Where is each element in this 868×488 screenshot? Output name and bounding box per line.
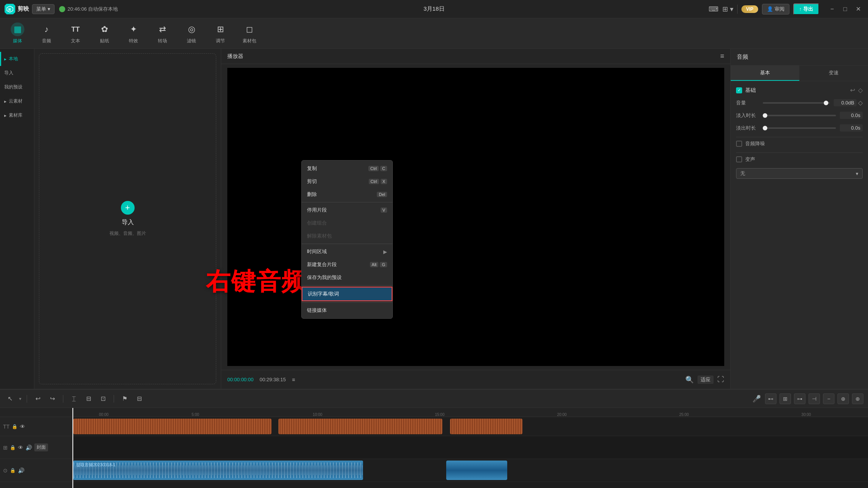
toolbar-item-transition[interactable]: ⇄ 转场 bbox=[153, 22, 172, 44]
menu-button[interactable]: 菜单 ▾ bbox=[32, 4, 55, 14]
undo-icon[interactable]: ↩ bbox=[850, 87, 855, 94]
toolbar-item-adjust[interactable]: ⊞ 调节 bbox=[211, 22, 230, 44]
delete-button[interactable]: ⊟ bbox=[83, 393, 94, 404]
timeline-view-icon: ≡ bbox=[292, 377, 295, 383]
audio-lock-icon[interactable]: 🔒 bbox=[10, 468, 16, 473]
player-menu-icon[interactable]: ≡ bbox=[720, 52, 724, 60]
redo-icon[interactable]: ◇ bbox=[858, 87, 863, 94]
zoom-icon[interactable]: 🔍 bbox=[685, 376, 694, 384]
pitch-select[interactable]: 无 ▾ bbox=[736, 168, 863, 179]
import-sub-text: 视频、音频、图片 bbox=[109, 230, 146, 237]
tl-icon-1[interactable]: ⊷ bbox=[765, 393, 776, 404]
cursor-tool-button[interactable]: ↖ bbox=[5, 393, 15, 404]
vip-button[interactable]: VIP bbox=[741, 5, 758, 13]
tab-speed[interactable]: 变速 bbox=[799, 66, 868, 81]
mic-button[interactable]: 🎤 bbox=[751, 393, 762, 404]
player-title: 播放器 bbox=[227, 53, 243, 60]
ctx-save-preset-label: 保存为我的预设 bbox=[307, 274, 342, 281]
ctx-link-media[interactable]: 链接媒体 bbox=[302, 304, 392, 317]
audio-clip-secondary[interactable] bbox=[446, 461, 507, 480]
local-arrow-icon: ▸ bbox=[4, 56, 6, 62]
subtitle-eye-icon[interactable]: 👁 bbox=[20, 424, 25, 430]
split-button[interactable]: ⌶ bbox=[69, 393, 79, 404]
ctx-new-compound[interactable]: 新建复合片段 Alt G bbox=[302, 258, 392, 271]
pitch-select-row: 无 ▾ bbox=[736, 168, 863, 179]
toolbar-item-filter[interactable]: ◎ 滤镜 bbox=[182, 22, 201, 44]
video-lock-icon[interactable]: 🔒 bbox=[10, 445, 16, 450]
close-button[interactable]: ✕ bbox=[853, 4, 863, 14]
minimize-button[interactable]: − bbox=[827, 4, 837, 14]
top-right-controls: ⌨ ⊞ ▾ VIP 👤 审阅 ↑ 导出 − □ ✕ bbox=[709, 3, 863, 15]
maximize-button[interactable]: □ bbox=[840, 4, 850, 14]
toolbar-item-effects[interactable]: ✦ 特效 bbox=[124, 22, 143, 44]
pitch-checkbox[interactable] bbox=[736, 156, 742, 162]
current-date: 3月18日 bbox=[423, 5, 444, 13]
import-area[interactable]: + 导入 视频、音频、图片 bbox=[39, 53, 216, 384]
cursor-dropdown-icon[interactable]: ▾ bbox=[19, 396, 21, 401]
subtitle-clip-1[interactable] bbox=[73, 419, 272, 434]
denoise-label: 音频降噪 bbox=[745, 140, 765, 147]
ctx-freeze[interactable]: 停用片段 V bbox=[302, 204, 392, 217]
more-button[interactable]: ⊡ bbox=[98, 393, 108, 404]
right-panel-header: 音频 bbox=[731, 49, 868, 66]
layout-icon[interactable]: ⊞ ▾ bbox=[722, 5, 733, 13]
volume-slider[interactable] bbox=[763, 102, 830, 104]
export-button[interactable]: ↑ 导出 bbox=[793, 3, 820, 15]
cloud-arrow-icon: ▸ bbox=[4, 99, 6, 104]
ctx-cut[interactable]: 剪切 Ctrl X bbox=[302, 175, 392, 188]
layers-button[interactable]: ⊟ bbox=[134, 393, 145, 404]
right-body: ✓ 基础 ↩ ◇ 音量 0.0dB ◇ 淡入时长 bbox=[731, 81, 868, 389]
denoise-checkbox[interactable] bbox=[736, 141, 742, 147]
ctx-freeze-shortcut: V bbox=[381, 207, 387, 213]
player-panel: 播放器 ≡ 00:00:00:00 00:29:38:15 ≡ 🔍 适应 ⛶ bbox=[221, 49, 731, 389]
ctx-recognize[interactable]: 识别字幕/歌词 bbox=[302, 287, 392, 301]
tl-icon-4[interactable]: ⊣ bbox=[809, 393, 820, 404]
sidebar-item-import[interactable]: 导入 bbox=[0, 66, 34, 80]
toolbar-item-media[interactable]: ▦ 媒体 bbox=[8, 22, 27, 44]
audio-vol-icon[interactable]: 🔊 bbox=[18, 467, 24, 474]
flag-button[interactable]: ⚑ bbox=[119, 393, 130, 404]
filter-label: 滤镜 bbox=[187, 38, 196, 44]
main-toolbar: ▦ 媒体 ♪ 音频 TT 文本 ✿ 贴纸 ✦ 特效 ⇄ 转场 ◎ 滤镜 ⊞ 调节… bbox=[0, 18, 868, 49]
subtitle-clip-3[interactable] bbox=[450, 419, 522, 434]
fadein-value: 0.0s bbox=[840, 112, 863, 119]
ctx-copy[interactable]: 复制 Ctrl C bbox=[302, 162, 392, 175]
toolbar-item-audio[interactable]: ♪ 音频 bbox=[37, 22, 56, 44]
tl-icon-5[interactable]: ⊕ bbox=[852, 393, 863, 404]
sidebar-item-local[interactable]: ▸ 本地 bbox=[0, 52, 34, 66]
tl-icon-2[interactable]: ⊞ bbox=[780, 393, 791, 404]
subtitle-lock-icon[interactable]: 🔒 bbox=[12, 424, 18, 429]
undo-button[interactable]: ↩ bbox=[32, 393, 43, 404]
ctx-delete[interactable]: 删除 Del bbox=[302, 188, 392, 201]
sidebar-item-preset[interactable]: 我的预设 bbox=[0, 80, 34, 94]
toolbar-item-text[interactable]: TT 文本 bbox=[66, 22, 85, 44]
tl-icon-3[interactable]: ⊶ bbox=[794, 393, 805, 404]
video-audio-icon: 🔊 bbox=[26, 445, 32, 451]
toolbar-item-pack[interactable]: ◻ 素材包 bbox=[240, 22, 259, 44]
sidebar-item-library[interactable]: ▸ 素材库 bbox=[0, 108, 34, 122]
tab-basic[interactable]: 基本 bbox=[731, 66, 799, 81]
review-button[interactable]: 👤 审阅 bbox=[762, 4, 789, 14]
zoom-in-icon[interactable]: ⊕ bbox=[837, 393, 849, 404]
keyboard-icon[interactable]: ⌨ bbox=[709, 5, 719, 13]
fit-button[interactable]: 适应 bbox=[698, 376, 714, 384]
video-track-icon: ⊞ bbox=[3, 445, 8, 451]
redo-button[interactable]: ↪ bbox=[47, 393, 58, 404]
fadein-slider[interactable] bbox=[763, 115, 836, 116]
sidebar-item-cloud[interactable]: ▸ 云素材 bbox=[0, 94, 34, 108]
ctx-time-range[interactable]: 时间区域 ▶ bbox=[302, 245, 392, 258]
fadeout-label: 淡出时长 bbox=[736, 125, 759, 132]
fadeout-slider[interactable] bbox=[763, 127, 836, 129]
audio-clip-main[interactable]: 提取音频20230318-1 bbox=[73, 461, 363, 480]
ctx-save-preset[interactable]: 保存为我的预设 bbox=[302, 271, 392, 284]
fullscreen-icon[interactable]: ⛶ bbox=[717, 376, 724, 384]
cover-label: 封面 bbox=[34, 443, 48, 451]
subtitle-clip-2[interactable] bbox=[278, 419, 442, 434]
basic-checkbox[interactable]: ✓ bbox=[736, 87, 742, 93]
video-eye-icon[interactable]: 👁 bbox=[18, 445, 23, 451]
volume-keyframe-icon[interactable]: ◇ bbox=[858, 99, 863, 106]
playhead[interactable] bbox=[72, 408, 73, 488]
toolbar-item-sticker[interactable]: ✿ 贴纸 bbox=[95, 22, 114, 44]
zoom-out-icon[interactable]: − bbox=[823, 393, 834, 404]
adjust-label: 调节 bbox=[216, 38, 225, 44]
